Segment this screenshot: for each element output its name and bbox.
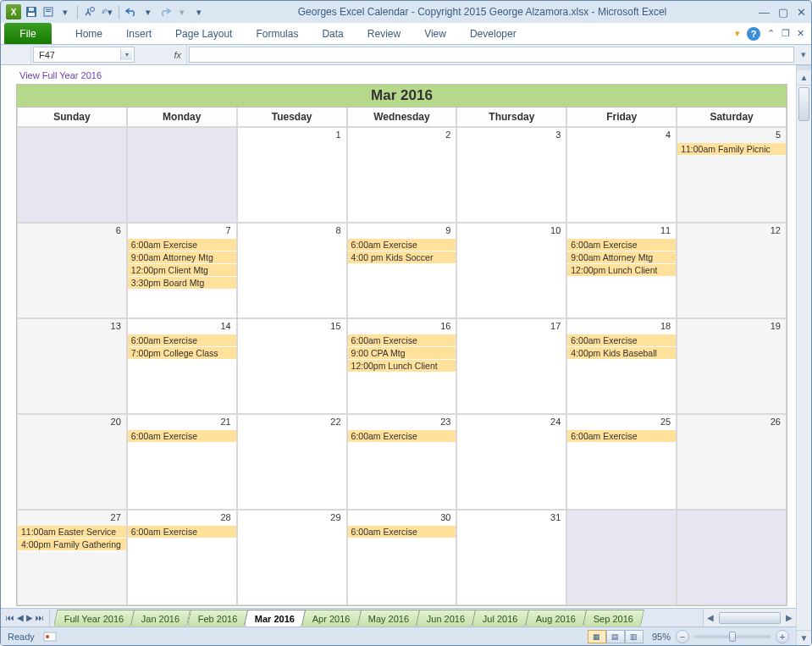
- calendar-event[interactable]: 12:00pm Client Mtg: [128, 264, 236, 277]
- vscroll-up-icon[interactable]: ▲: [797, 70, 811, 86]
- calendar-cell[interactable]: [677, 510, 787, 605]
- calendar-event[interactable]: 6:00am Exercise: [128, 430, 236, 443]
- calendar-event[interactable]: 4:00pm Kids Baseball: [567, 347, 676, 360]
- calendar-event[interactable]: 12:00pm Lunch Client: [348, 360, 456, 373]
- calendar-cell[interactable]: [566, 510, 677, 605]
- hscroll-right-icon[interactable]: ▶: [782, 613, 796, 622]
- calendar-cell[interactable]: 4: [566, 127, 677, 223]
- vertical-scrollbar[interactable]: ▲ ▼: [796, 65, 811, 645]
- undo-dropdown-icon[interactable]: ▾: [141, 5, 155, 19]
- calendar-event[interactable]: 6:00am Exercise: [128, 239, 236, 251]
- calendar-cell[interactable]: 166:00am Exercise9:00 CPA Mtg12:00pm Lun…: [347, 318, 457, 414]
- calendar-event[interactable]: 4:00 pm Kids Soccer: [348, 251, 456, 264]
- view-full-year-link[interactable]: View Full Year 2016: [19, 70, 102, 80]
- calendar-event[interactable]: 9:00am Attorney Mtg: [567, 251, 676, 264]
- calendar-cell[interactable]: 2711:00am Easter Service4:00pm Family Ga…: [17, 510, 127, 605]
- calendar-cell[interactable]: 306:00am Exercise: [347, 510, 457, 605]
- calendar-cell[interactable]: 31: [456, 510, 566, 605]
- menu-tab-developer[interactable]: Developer: [458, 23, 528, 44]
- menu-tab-view[interactable]: View: [412, 23, 458, 44]
- hscroll-thumb[interactable]: [719, 612, 781, 624]
- calendar-event[interactable]: 6:00am Exercise: [348, 526, 456, 538]
- qat-customize-icon[interactable]: ▾: [192, 5, 206, 19]
- calendar-cell[interactable]: 116:00am Exercise9:00am Attorney Mtg12:0…: [566, 223, 677, 318]
- vscroll-down-icon[interactable]: ▼: [797, 630, 811, 645]
- calendar-cell[interactable]: 3: [456, 127, 566, 223]
- sheet-tab[interactable]: Jun 2016: [416, 610, 477, 627]
- sheet-tab[interactable]: Apr 2016: [301, 610, 362, 627]
- calendar-cell[interactable]: 12: [677, 223, 787, 318]
- view-normal-icon[interactable]: ▦: [588, 630, 606, 643]
- sheet-tab[interactable]: Mar 2016: [244, 610, 306, 627]
- calendar-cell[interactable]: 6: [17, 223, 127, 318]
- zoom-out-icon[interactable]: −: [676, 630, 689, 643]
- ribbon-dropdown-icon[interactable]: ▾: [735, 28, 740, 39]
- sheet-tab[interactable]: Aug 2016: [525, 610, 587, 627]
- calendar-cell[interactable]: 22: [237, 414, 347, 510]
- tab-first-icon[interactable]: ⏮: [6, 613, 14, 622]
- formula-input[interactable]: [189, 47, 794, 63]
- vscroll-thumb[interactable]: [798, 87, 809, 121]
- help-icon[interactable]: ?: [747, 27, 760, 41]
- redo-dropdown-icon[interactable]: ▾: [175, 5, 189, 19]
- print-preview-icon[interactable]: [41, 5, 55, 19]
- sheet-tab[interactable]: Sep 2016: [583, 610, 644, 627]
- undo-icon[interactable]: [124, 5, 138, 19]
- calendar-cell[interactable]: 2: [347, 127, 457, 223]
- calendar-event[interactable]: 7:00pm College Class: [128, 347, 236, 360]
- find-menu-icon[interactable]: ▾: [100, 5, 113, 19]
- zoom-in-icon[interactable]: +: [776, 630, 789, 643]
- calendar-event[interactable]: 6:00am Exercise: [567, 430, 676, 443]
- calendar-cell[interactable]: 13: [17, 318, 127, 414]
- menu-tab-insert[interactable]: Insert: [114, 23, 163, 44]
- sheet-tab[interactable]: Feb 2016: [186, 610, 248, 627]
- sheet-tab[interactable]: Jan 2016: [130, 610, 191, 627]
- sheet-content[interactable]: View Full Year 2016 Mar 2016 SundayMonda…: [1, 65, 796, 608]
- workbook-restore-icon[interactable]: ❐: [782, 28, 790, 39]
- calendar-cell[interactable]: 8: [237, 223, 347, 318]
- calendar-event[interactable]: 4:00pm Family Gathering: [18, 538, 126, 551]
- redo-icon[interactable]: [158, 5, 172, 19]
- workbook-close-icon[interactable]: ✕: [797, 28, 804, 39]
- calendar-cell[interactable]: 96:00am Exercise4:00 pm Kids Soccer: [347, 223, 457, 318]
- qat-dropdown-icon[interactable]: ▾: [58, 5, 72, 19]
- calendar-event[interactable]: 6:00am Exercise: [128, 526, 236, 538]
- calendar-cell[interactable]: 29: [237, 510, 347, 605]
- calendar-cell[interactable]: 26: [677, 414, 787, 510]
- calendar-event[interactable]: 6:00am Exercise: [348, 334, 456, 347]
- calendar-cell[interactable]: [127, 127, 237, 223]
- menu-tab-page-layout[interactable]: Page Layout: [163, 23, 244, 44]
- ribbon-minimize-icon[interactable]: ⌃: [767, 28, 775, 39]
- calendar-event[interactable]: 6:00am Exercise: [128, 334, 236, 347]
- calendar-event[interactable]: 6:00am Exercise: [348, 239, 456, 251]
- calendar-cell[interactable]: 286:00am Exercise: [127, 510, 237, 605]
- minimize-icon[interactable]: ―: [759, 6, 770, 19]
- calendar-cell[interactable]: 256:00am Exercise: [566, 414, 677, 510]
- sheet-tab[interactable]: Jul 2016: [472, 610, 529, 627]
- calendar-cell[interactable]: 186:00am Exercise4:00pm Kids Baseball: [566, 318, 677, 414]
- menu-tab-review[interactable]: Review: [356, 23, 412, 44]
- hscroll-left-icon[interactable]: ◀: [704, 613, 717, 622]
- zoom-value[interactable]: 95%: [652, 632, 671, 642]
- calendar-cell[interactable]: 10: [456, 223, 566, 318]
- calendar-cell[interactable]: 1: [237, 127, 347, 223]
- fx-label[interactable]: fx: [136, 45, 187, 64]
- zoom-slider[interactable]: [694, 635, 771, 638]
- view-page-break-icon[interactable]: ▥: [625, 630, 644, 643]
- file-tab[interactable]: File: [4, 23, 52, 44]
- calendar-cell[interactable]: 216:00am Exercise: [127, 414, 237, 510]
- calendar-event[interactable]: 12:00pm Lunch Client: [567, 264, 676, 277]
- calendar-event[interactable]: 3:30pm Board Mtg: [128, 277, 236, 290]
- calendar-cell[interactable]: 24: [456, 414, 566, 510]
- calendar-cell[interactable]: 146:00am Exercise7:00pm College Class: [127, 318, 237, 414]
- calendar-event[interactable]: 11:00am Family Picnic: [677, 143, 786, 156]
- find-icon[interactable]: [83, 5, 97, 19]
- calendar-event[interactable]: 6:00am Exercise: [348, 430, 456, 443]
- calendar-cell[interactable]: 236:00am Exercise: [347, 414, 457, 510]
- calendar-event[interactable]: 11:00am Easter Service: [18, 526, 126, 538]
- view-page-layout-icon[interactable]: ▤: [606, 630, 625, 643]
- close-icon[interactable]: ✕: [797, 6, 806, 19]
- calendar-cell[interactable]: 76:00am Exercise9:00am Attorney Mtg12:00…: [127, 223, 237, 318]
- maximize-icon[interactable]: ▢: [778, 6, 788, 19]
- calendar-cell[interactable]: 15: [237, 318, 347, 414]
